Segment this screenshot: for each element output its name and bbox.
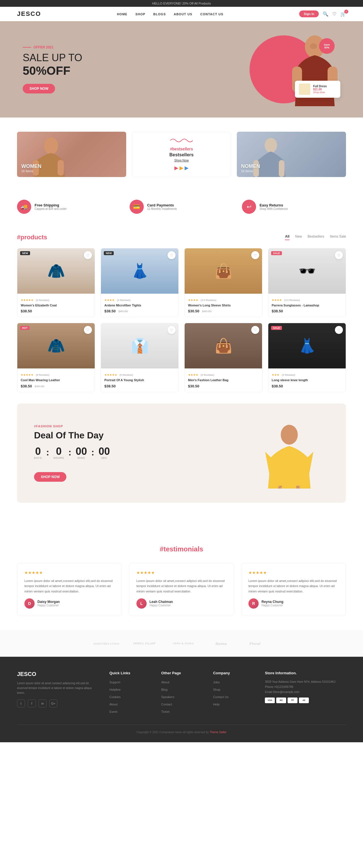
product-card-p5[interactable]: 🧥 HOT ♡ ★★★★★ (8 Reviews) Cool Man Weari… <box>17 323 95 392</box>
facebook-icon[interactable]: f <box>28 700 36 707</box>
product-image-p2: 👗 <box>101 248 178 294</box>
arrow-decorations: ▶ ▶ ▶ <box>169 165 193 171</box>
product-card-p6[interactable]: 👔 ♡ ★★★★★ (5 Reviews) Portrait Of A Youn… <box>101 323 179 392</box>
hero-offer-tag: OFFER 2021 <box>33 45 54 49</box>
payment-icons: VISA MC PP AE <box>265 698 346 703</box>
products-section: #products All New Bestsellers Items Sale… <box>0 222 363 404</box>
company-link-help[interactable]: Help <box>213 703 220 706</box>
visa-icon: VISA <box>265 698 275 703</box>
nav-item-blogs[interactable]: BLOGS <box>153 12 166 16</box>
product-price-p8: $38.50 <box>272 384 283 388</box>
hero-product-link[interactable]: Shop Now <box>313 91 327 94</box>
twitter-icon[interactable]: t <box>17 700 25 707</box>
quick-link-support[interactable]: Support <box>109 681 120 684</box>
wishlist-button-p1[interactable]: ♡ <box>84 251 92 259</box>
product-price-p5: $38.50 <box>21 384 32 388</box>
hero-section: OFFER 2021 SALE UP TO 50%OFF SHOP NOW Sa… <box>0 21 363 118</box>
nav-item-contact[interactable]: CONTACT US <box>200 12 223 16</box>
nomen-count: 16 Items <box>241 169 260 173</box>
feature-shipping-text: Free Shipping Capped at $39 and under <box>35 203 67 210</box>
svg-text:ANNA & DIANA: ANNA & DIANA <box>173 642 194 645</box>
testimonial-card-t3: ★★★★★ Lorem ipsum dolor sit amet,consect… <box>241 563 346 616</box>
other-page-link-contact[interactable]: Contact <box>161 703 172 706</box>
product-price-p4: $38.50 <box>272 309 283 313</box>
quick-links-title: Quick Links <box>109 671 150 675</box>
tab-new[interactable]: New <box>295 235 302 240</box>
bestsellers-shop-link[interactable]: Shop Now <box>169 159 193 162</box>
product-old-price-p2: $49.00 <box>118 310 128 313</box>
other-page-link-blog[interactable]: Blog <box>161 688 168 691</box>
product-card-p2[interactable]: 👗 NEW ♡ ★★★★ (4 Reviews) Ardene Microfib… <box>101 248 179 317</box>
quick-link-cookies[interactable]: Cookies <box>109 695 121 699</box>
stars-p4: ★★★★ <box>272 299 282 302</box>
deal-shop-now-button[interactable]: SHOP NOW <box>34 472 66 482</box>
quick-link-event[interactable]: Event <box>109 710 117 713</box>
nav-item-about[interactable]: ABOUT US <box>174 12 192 16</box>
footer-description: Lorem ipsum dolor sit amet consect adipi… <box>17 681 98 695</box>
product-card-p8[interactable]: 👗 SALE ♡ ★★★ (3 Reviews) Long sleeve kne… <box>268 323 346 392</box>
category-nomen[interactable]: NOMEN 16 Items <box>237 132 346 177</box>
category-nomen-label: NOMEN 16 Items <box>241 163 260 173</box>
wishlist-button[interactable]: ♡ <box>332 11 336 17</box>
product-card-p3[interactable]: 👜 ♡ ★★★★ (4.5 Reviews) Women's Long Slee… <box>184 248 262 317</box>
author-role-t2: Happy Customer <box>149 604 173 607</box>
brand-1: DOROTHEA LUNAS <box>92 639 120 648</box>
product-card-p4[interactable]: 🕶️ SALE ♡ ★★★★ (3.5 Reviews) Parrera Sun… <box>268 248 346 317</box>
product-card-p7[interactable]: 👜 ♡ ★★★★ (8 Reviews) Men's Fashion Leath… <box>184 323 262 392</box>
copyright-accent: Theme Seller <box>210 731 226 734</box>
hero-title: SALE UP TO 50%OFF <box>23 52 82 78</box>
company-link-contact-us[interactable]: Contact Us <box>213 695 228 699</box>
feature-returns-text: Easy Returns Shop With Confidence <box>259 203 288 210</box>
category-bestsellers[interactable]: #bestsellers Bestsellers Shop Now ▶ ▶ ▶ <box>132 132 231 177</box>
hero-visual: Save 50% Full Dress $21.00 Shop Now <box>289 33 340 106</box>
quick-link-helpline[interactable]: Helpline <box>109 688 121 691</box>
other-page-link-about[interactable]: About <box>161 681 170 684</box>
quick-link-about[interactable]: About <box>109 703 118 706</box>
company-link-jobs[interactable]: Jobs <box>213 681 220 684</box>
search-button[interactable]: 🔍 <box>323 11 328 17</box>
wishlist-button-p3[interactable]: ♡ <box>251 251 259 259</box>
product-name-p5: Cool Man Wearing Leather <box>21 378 91 382</box>
testimonial-author-t3: R Reyna Chung Happy Customer <box>248 598 339 609</box>
product-price-p6: $38.50 <box>104 384 116 388</box>
product-badge-p1: NEW <box>20 251 30 255</box>
svg-point-3 <box>310 43 317 49</box>
deal-wrapper: #FASHION SHOP Deal Of The Day 0 DAYS : 0… <box>0 404 363 531</box>
author-avatar-t2: L <box>136 598 147 609</box>
payments-subtitle: 12 Monthly Installments <box>147 207 177 210</box>
author-role-t1: Happy Customer <box>37 604 60 607</box>
product-info-p5: ★★★★★ (8 Reviews) Cool Man Wearing Leath… <box>17 368 95 392</box>
company-link-shop[interactable]: Shop <box>213 688 220 691</box>
wishlist-button-p2[interactable]: ♡ <box>168 251 175 259</box>
nav-item-home[interactable]: HOME <box>117 12 127 16</box>
other-page-link-ticket[interactable]: Ticket <box>161 710 170 713</box>
product-pricing-p8: $38.50 <box>272 383 342 389</box>
store-email: Email:Store@example.com <box>265 690 346 695</box>
cart-badge: 0 <box>344 10 348 13</box>
product-pricing-p6: $38.50 <box>104 383 175 389</box>
instagram-icon[interactable]: in <box>38 700 47 707</box>
review-count-p4: (3.5 Reviews) <box>284 299 300 302</box>
hero-shop-now-button[interactable]: SHOP NOW <box>23 84 55 93</box>
sign-in-button[interactable]: Sign In <box>299 10 319 17</box>
brand-floral-logo: Floral <box>248 639 271 647</box>
tab-items-sale[interactable]: Items Sale <box>330 235 346 240</box>
nav-item-shop[interactable]: SHOP <box>135 12 145 16</box>
product-pricing-p4: $38.50 <box>272 308 342 313</box>
brand-5: Floral <box>248 639 271 648</box>
product-card-p1[interactable]: 🧥 NEW ♡ ★★★★★ (6 Reviews) Women's Elizab… <box>17 248 95 317</box>
category-women[interactable]: WOMEN 16 Items <box>17 132 126 177</box>
main-nav: HOMESHOPBLOGSABOUT USCONTACT US <box>117 11 223 17</box>
svg-point-4 <box>44 137 58 154</box>
tab-bestsellers[interactable]: Bestsellers <box>308 235 325 240</box>
footer: JESCO Lorem ipsum dolor sit amet consect… <box>0 657 363 742</box>
wishlist-button-p4[interactable]: ♡ <box>335 251 343 259</box>
google-plus-icon[interactable]: G+ <box>49 700 57 707</box>
hero-offer: OFFER 2021 <box>23 45 82 49</box>
bestsellers-hashtag: #bestsellers <box>169 147 193 151</box>
countdown-sep3: : <box>91 447 94 458</box>
company-list: JobsShopContact UsHelp <box>213 679 254 707</box>
cart-button[interactable]: 🛒 0 <box>340 11 346 17</box>
other-page-link-speakers[interactable]: Speakers <box>161 695 174 699</box>
tab-all[interactable]: All <box>285 235 289 240</box>
